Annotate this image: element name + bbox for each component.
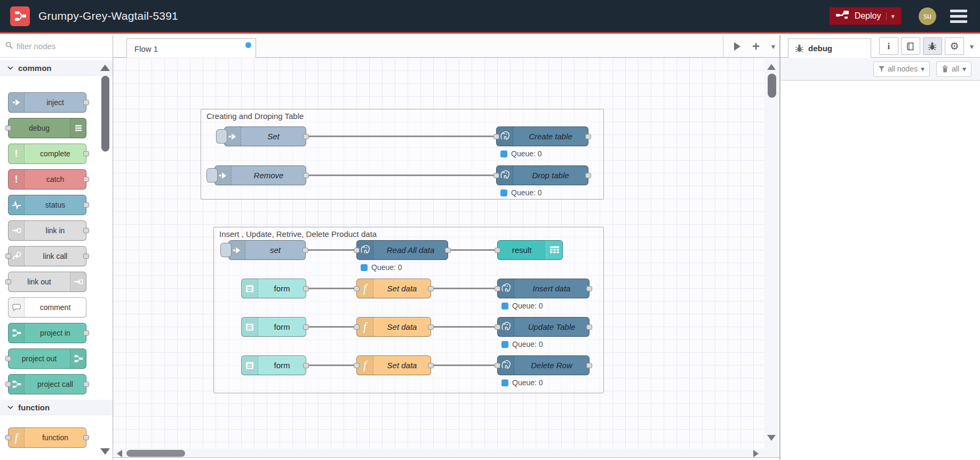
output-port[interactable] (303, 286, 309, 291)
wire[interactable] (431, 326, 497, 328)
input-port[interactable] (495, 363, 500, 368)
flow-node-result-table[interactable]: result (497, 240, 563, 260)
flow-node-drop-table[interactable]: Drop table (496, 165, 588, 185)
palette-node-inject[interactable]: inject (8, 92, 86, 113)
config-panel-button[interactable]: ⚙ (945, 37, 964, 55)
palette-node-complete[interactable]: ! complete (8, 144, 86, 164)
input-port[interactable] (354, 248, 360, 253)
palette-scroll-down-arrow[interactable] (100, 448, 110, 455)
palette-node-project-out[interactable]: project out (8, 348, 86, 369)
output-port[interactable] (303, 363, 309, 368)
output-port[interactable] (428, 286, 434, 291)
flow-node-read-all-data[interactable]: Read All data (356, 240, 448, 260)
output-port[interactable] (586, 363, 592, 368)
flow-node-set-data-3[interactable]: f Set data (356, 355, 431, 375)
palette-node-comment[interactable]: comment (8, 297, 86, 318)
palette-node-status[interactable]: status (8, 195, 86, 215)
palette-node-function[interactable]: f function (8, 427, 86, 448)
flow-node-set-data-2[interactable]: f Set data (356, 317, 431, 337)
wire[interactable] (431, 288, 497, 289)
wire[interactable] (306, 249, 356, 251)
output-port[interactable] (585, 173, 591, 178)
palette-node-link-call[interactable]: link call (8, 246, 86, 266)
flow-node-inject-remove[interactable]: Remove (214, 165, 306, 185)
output-port[interactable] (445, 248, 451, 253)
main-menu-button[interactable] (950, 10, 967, 23)
palette-node-debug[interactable]: debug (8, 118, 86, 138)
input-port[interactable] (5, 382, 11, 387)
input-port[interactable] (5, 279, 11, 284)
input-port[interactable] (493, 134, 499, 139)
input-port[interactable] (354, 324, 360, 330)
palette-node-link-in[interactable]: link in (8, 220, 86, 241)
sidebar-options-caret[interactable]: ▾ (970, 42, 974, 51)
output-port[interactable] (83, 228, 89, 233)
palette-category-common[interactable]: common (0, 60, 113, 76)
flow-list-caret[interactable]: ▾ (771, 42, 775, 51)
wire[interactable] (448, 249, 497, 251)
input-port[interactable] (495, 286, 500, 291)
output-port[interactable] (585, 134, 591, 139)
tab-flow-1[interactable]: Flow 1 (126, 38, 256, 58)
flow-node-insert-data[interactable]: Insert data (497, 279, 589, 298)
canvas-vscroll-thumb[interactable] (768, 74, 776, 98)
output-port[interactable] (428, 324, 434, 330)
palette-scrollbar-thumb[interactable] (101, 76, 109, 152)
canvas-scroll-right-arrow[interactable] (753, 450, 759, 457)
flow-node-create-table[interactable]: Create table (496, 126, 588, 146)
output-port[interactable] (83, 177, 89, 182)
flow-node-inject-set[interactable]: Set (224, 126, 306, 146)
input-port[interactable] (495, 248, 500, 253)
palette-node-link-out[interactable]: link out (8, 272, 86, 292)
palette-node-project-in[interactable]: project in (8, 323, 86, 343)
palette-node-project-call[interactable]: project call (8, 374, 86, 394)
flow-node-delete-row[interactable]: Delete Row (497, 355, 589, 375)
info-panel-button[interactable]: i (879, 37, 898, 55)
wire[interactable] (306, 175, 496, 176)
output-port[interactable] (83, 202, 89, 208)
output-port[interactable] (83, 253, 89, 259)
debug-clear-button[interactable]: all ▾ (936, 61, 971, 77)
input-port[interactable] (5, 435, 11, 440)
wire[interactable] (431, 364, 497, 366)
flow-node-update-table[interactable]: Update Table (497, 317, 589, 337)
input-port[interactable] (495, 324, 500, 330)
user-avatar[interactable]: su (919, 7, 936, 25)
output-port[interactable] (586, 286, 592, 291)
add-flow-button[interactable]: + (752, 41, 760, 52)
flow-canvas[interactable]: Creating and Droping Table Set Create ta… (113, 58, 779, 449)
output-port[interactable] (303, 173, 309, 178)
palette-node-catch[interactable]: ! catch (8, 169, 86, 189)
output-port[interactable] (428, 363, 434, 368)
input-port[interactable] (5, 356, 11, 361)
canvas-hscroll-thumb[interactable] (126, 450, 185, 457)
input-port[interactable] (354, 363, 360, 368)
input-port[interactable] (5, 125, 11, 131)
input-port[interactable] (354, 286, 360, 291)
group-creating-droping-table[interactable]: Creating and Droping Table (201, 109, 604, 200)
flow-node-set-data-1[interactable]: f Set data (356, 279, 431, 298)
deploy-options-caret-icon[interactable]: ▾ (886, 12, 895, 20)
palette-filter-input[interactable] (17, 42, 97, 51)
inject-trigger-button[interactable] (216, 129, 227, 144)
palette-category-function[interactable]: function (0, 400, 113, 415)
wire[interactable] (306, 288, 356, 289)
output-port[interactable] (83, 435, 89, 440)
canvas-scroll-up-arrow[interactable] (767, 64, 776, 70)
wire[interactable] (306, 364, 356, 366)
output-port[interactable] (83, 330, 89, 336)
output-port[interactable] (586, 324, 592, 330)
debug-filter-button[interactable]: all nodes ▾ (873, 61, 930, 77)
flow-node-inject-set-lower[interactable]: set (228, 240, 306, 260)
help-panel-button[interactable] (901, 37, 920, 55)
input-port[interactable] (493, 173, 499, 178)
input-port[interactable] (5, 253, 11, 259)
output-port[interactable] (302, 248, 308, 253)
wire[interactable] (306, 326, 356, 328)
wire[interactable] (306, 136, 496, 137)
output-port[interactable] (83, 382, 89, 387)
flow-node-form-1[interactable]: form (241, 279, 306, 298)
inject-trigger-button[interactable] (206, 168, 218, 183)
inject-trigger-button[interactable] (220, 243, 232, 257)
flow-node-form-3[interactable]: form (241, 355, 306, 375)
